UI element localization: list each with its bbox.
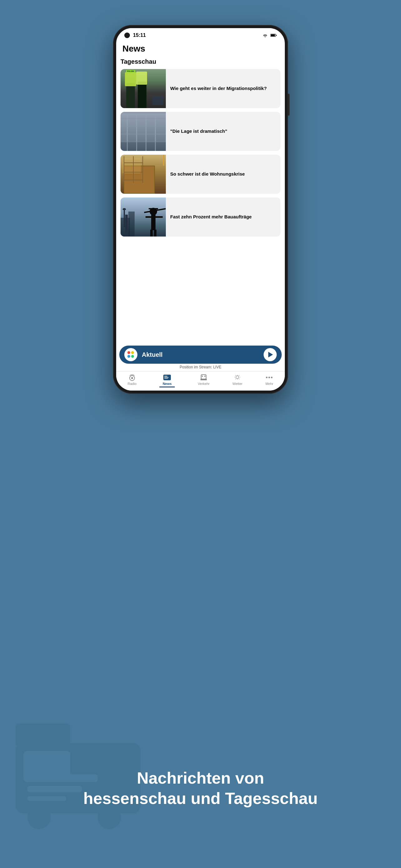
news-text-2: "Die Lage ist dramatisch" (166, 112, 232, 151)
nav-label-verkehr: Verkehr (198, 382, 209, 385)
logo-dot-red (127, 351, 130, 354)
svg-point-38 (271, 377, 273, 378)
side-button (288, 94, 290, 116)
svg-rect-14 (145, 216, 163, 218)
svg-line-35 (235, 379, 236, 379)
svg-point-25 (204, 376, 205, 377)
news-headline-4: Fast zehn Prozent mehr Bauaufträge (170, 214, 252, 220)
news-icon (163, 374, 171, 381)
svg-point-24 (202, 376, 203, 377)
status-right (262, 33, 277, 37)
news-card-3[interactable]: So schwer ist die Wohnungskrise (121, 155, 280, 194)
svg-point-18 (131, 377, 133, 379)
svg-line-33 (239, 379, 239, 379)
camera-dot (124, 32, 130, 38)
logo-dot-green (131, 355, 134, 358)
news-image-2 (121, 112, 166, 151)
nav-label-news: News (163, 382, 172, 385)
nav-label-radio: Radio (128, 382, 137, 385)
news-headline-2: "Die Lage ist dramatisch" (170, 128, 227, 134)
weather-icon (233, 374, 241, 381)
play-button[interactable] (264, 348, 277, 361)
wifi-icon (262, 33, 268, 37)
news-headline-1: Wie geht es weiter in der Migrationspoli… (170, 85, 267, 92)
svg-rect-22 (164, 378, 168, 379)
svg-rect-10 (276, 35, 277, 36)
nav-label-wetter: Wetter (232, 382, 242, 385)
nav-label-mehr: Mehr (265, 382, 273, 385)
page-title: News (116, 41, 285, 56)
nav-active-indicator (159, 386, 175, 388)
tagline-line1: Nachrichten von (137, 769, 264, 787)
svg-point-3 (98, 806, 121, 829)
logo-dot-yellow (131, 351, 134, 354)
tagline-line2: hessenschau und Tagesschau (83, 789, 318, 807)
app-content: News Tagesschau POLIZEI (116, 41, 285, 391)
svg-point-36 (266, 377, 268, 378)
nav-item-wetter[interactable]: Wetter (232, 374, 242, 385)
svg-rect-26 (201, 379, 207, 380)
status-left: 15:11 (124, 32, 146, 38)
nav-item-mehr[interactable]: Mehr (265, 374, 273, 385)
status-time: 15:11 (133, 32, 146, 38)
news-card-4[interactable]: Fast zehn Prozent mehr Bauaufträge (121, 197, 280, 237)
player-label: Aktuell (142, 351, 264, 359)
news-card-1[interactable]: POLIZEI Wie geht es weiter in der Migrat… (121, 69, 280, 108)
section-title: Tagesschau (121, 56, 280, 69)
svg-rect-20 (164, 376, 167, 376)
news-text-3: So schwer ist die Wohnungskrise (166, 155, 249, 194)
nav-item-verkehr[interactable]: Verkehr (198, 374, 209, 385)
stream-status: Position im Stream: LIVE (116, 364, 285, 371)
phone-screen: 15:11 (116, 28, 285, 391)
svg-point-37 (269, 377, 270, 378)
news-headline-3: So schwer ist die Wohnungskrise (170, 171, 245, 177)
svg-rect-23 (201, 375, 206, 379)
bottom-tagline: Nachrichten von hessenschau und Tagessch… (0, 768, 401, 809)
status-bar: 15:11 (116, 28, 285, 41)
svg-point-2 (28, 806, 51, 829)
svg-rect-13 (149, 208, 158, 209)
news-image-1: POLIZEI (121, 69, 166, 108)
svg-rect-21 (164, 377, 169, 378)
svg-rect-4 (15, 724, 70, 747)
news-text-4: Fast zehn Prozent mehr Bauaufträge (166, 197, 256, 237)
radio-icon (128, 374, 136, 381)
news-text-1: Wie geht es weiter in der Migrationspoli… (166, 69, 271, 108)
more-icon (265, 374, 273, 381)
nav-item-news[interactable]: News (159, 374, 175, 388)
play-icon (268, 352, 273, 358)
logo-dot-blue (127, 355, 130, 358)
svg-line-32 (235, 375, 236, 376)
news-image-4 (121, 197, 166, 237)
traffic-icon (200, 374, 208, 381)
news-card-2[interactable]: "Die Lage ist dramatisch" (121, 112, 280, 151)
phone-outer: 15:11 (113, 25, 288, 394)
svg-line-34 (239, 375, 239, 376)
svg-rect-15 (150, 230, 153, 237)
news-image-3 (121, 155, 166, 194)
battery-icon (270, 33, 277, 37)
nav-item-radio[interactable]: Radio (128, 374, 137, 385)
scroll-area[interactable]: Tagesschau POLIZEI W (116, 56, 285, 345)
svg-rect-9 (271, 34, 275, 36)
player-bar[interactable]: Aktuell (119, 346, 282, 364)
svg-rect-16 (154, 230, 157, 237)
player-logo (124, 348, 137, 361)
svg-point-27 (236, 376, 239, 378)
bottom-nav: Radio News (116, 371, 285, 391)
phone-wrapper: 15:11 (113, 25, 288, 394)
